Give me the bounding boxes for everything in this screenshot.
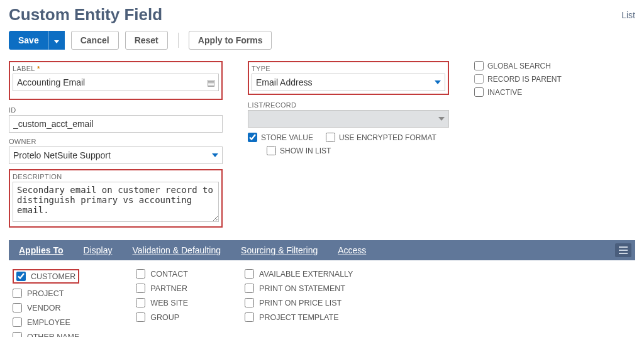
store-value-checkbox[interactable]: [248, 133, 257, 142]
type-select[interactable]: Email Address: [252, 74, 445, 91]
autofill-icon[interactable]: ▤: [207, 77, 215, 87]
use-encrypted-row[interactable]: USE ENCRYPTED FORMAT: [326, 133, 436, 142]
applies-to-panel: CUSTOMERPROJECTVENDOREMPLOYEEOTHER NAME …: [9, 260, 635, 337]
page-title: Custom Entity Field: [9, 5, 162, 25]
save-button[interactable]: Save: [9, 31, 48, 50]
tab-sourcing[interactable]: Sourcing & Filtering: [231, 240, 328, 260]
use-encrypted-checkbox[interactable]: [326, 133, 335, 142]
applies-group-label: GROUP: [150, 313, 179, 322]
store-value-label: STORE VALUE: [261, 133, 313, 142]
use-encrypted-label: USE ENCRYPTED FORMAT: [339, 133, 436, 142]
applies-web_site-label: WEB SITE: [150, 299, 188, 307]
applies-vendor-checkbox[interactable]: [13, 303, 22, 312]
tab-bar: Applies To Display Validation & Defaulti…: [9, 240, 635, 260]
tab-access[interactable]: Access: [328, 240, 376, 260]
applies-avail_ext-checkbox[interactable]: [245, 269, 254, 279]
applies-other_name-checkbox[interactable]: [13, 332, 22, 337]
applies-proj_template-row[interactable]: PROJECT TEMPLATE: [245, 312, 353, 322]
applies-print_stmt-label: PRINT ON STATEMENT: [259, 284, 345, 293]
applies-contact-row[interactable]: CONTACT: [136, 269, 188, 279]
applies-other_name-row[interactable]: OTHER NAME: [13, 332, 79, 337]
label-field-highlight: LABEL ▤: [9, 61, 223, 100]
chevron-down-icon: [212, 153, 218, 157]
owner-select-value: Protelo NetSuite Support: [13, 150, 111, 160]
applies-avail_ext-row[interactable]: AVAILABLE EXTERNALLY: [245, 269, 353, 279]
inactive-checkbox[interactable]: [474, 87, 484, 97]
applies-partner-label: PARTNER: [150, 284, 187, 293]
chevron-down-icon: [435, 80, 441, 84]
type-field-label: TYPE: [252, 65, 445, 72]
applies-col-3: AVAILABLE EXTERNALLYPRINT ON STATEMENTPR…: [245, 269, 353, 337]
applies-proj_template-label: PROJECT TEMPLATE: [259, 313, 338, 322]
applies-print_price-row[interactable]: PRINT ON PRICE LIST: [245, 298, 353, 307]
caret-down-icon: [54, 40, 59, 43]
applies-col-2: CONTACTPARTNERWEB SITEGROUP: [136, 269, 188, 337]
applies-vendor-row[interactable]: VENDOR: [13, 303, 79, 312]
record-is-parent-row[interactable]: RECORD IS PARENT: [474, 74, 600, 84]
applies-employee-checkbox[interactable]: [13, 318, 22, 327]
inactive-label: INACTIVE: [487, 88, 522, 97]
chevron-down-icon: [438, 117, 445, 121]
applies-print_price-checkbox[interactable]: [245, 298, 254, 307]
action-separator: [178, 33, 179, 48]
owner-select[interactable]: Protelo NetSuite Support: [9, 146, 223, 164]
applies-project-row[interactable]: PROJECT: [13, 289, 79, 298]
applies-group-checkbox[interactable]: [136, 312, 145, 322]
tab-menu-icon[interactable]: [615, 243, 631, 257]
applies-vendor-label: VENDOR: [27, 304, 60, 312]
reset-button[interactable]: Reset: [125, 31, 168, 50]
description-field-label: DESCRIPTION: [13, 173, 219, 180]
applies-web_site-checkbox[interactable]: [136, 298, 145, 307]
cancel-button[interactable]: Cancel: [71, 31, 119, 50]
global-search-row[interactable]: GLOBAL SEARCH: [474, 61, 600, 70]
id-input[interactable]: [9, 115, 223, 133]
apply-to-forms-button[interactable]: Apply to Forms: [189, 31, 272, 50]
show-in-list-row[interactable]: SHOW IN LIST: [267, 146, 449, 155]
list-link[interactable]: List: [621, 5, 635, 20]
label-field-label: LABEL: [13, 65, 219, 72]
applies-print_price-label: PRINT ON PRICE LIST: [259, 299, 341, 307]
save-menu-caret[interactable]: [48, 31, 65, 50]
applies-partner-row[interactable]: PARTNER: [136, 284, 188, 293]
tab-applies-to[interactable]: Applies To: [9, 240, 74, 260]
global-search-label: GLOBAL SEARCH: [487, 62, 551, 70]
applies-customer-checkbox[interactable]: [16, 272, 26, 281]
listrecord-field-label: LIST/RECORD: [248, 101, 449, 109]
store-value-row[interactable]: STORE VALUE: [248, 133, 313, 142]
applies-print_stmt-checkbox[interactable]: [245, 284, 254, 293]
applies-employee-label: EMPLOYEE: [27, 318, 70, 327]
applies-contact-checkbox[interactable]: [136, 269, 145, 279]
show-in-list-checkbox[interactable]: [267, 146, 276, 155]
applies-project-checkbox[interactable]: [13, 289, 22, 298]
description-field-highlight: DESCRIPTION: [9, 169, 223, 228]
record-is-parent-checkbox[interactable]: [474, 74, 484, 84]
type-field-highlight: TYPE Email Address: [248, 61, 449, 95]
applies-avail_ext-label: AVAILABLE EXTERNALLY: [259, 270, 353, 279]
inactive-row[interactable]: INACTIVE: [474, 87, 600, 97]
applies-web_site-row[interactable]: WEB SITE: [136, 298, 188, 307]
record-is-parent-label: RECORD IS PARENT: [487, 75, 562, 84]
description-textarea[interactable]: [13, 182, 219, 222]
applies-col-1: CUSTOMERPROJECTVENDOREMPLOYEEOTHER NAME: [13, 269, 79, 337]
listrecord-select: [248, 110, 449, 128]
tab-validation[interactable]: Validation & Defaulting: [122, 240, 231, 260]
applies-customer-highlight: CUSTOMER: [13, 269, 79, 284]
action-bar: Save Cancel Reset Apply to Forms: [9, 31, 635, 50]
tab-display[interactable]: Display: [74, 240, 123, 260]
save-split-button: Save: [9, 31, 65, 50]
applies-proj_template-checkbox[interactable]: [245, 312, 254, 322]
applies-employee-row[interactable]: EMPLOYEE: [13, 318, 79, 327]
applies-contact-label: CONTACT: [150, 270, 188, 279]
applies-customer-row[interactable]: CUSTOMER: [16, 272, 75, 281]
applies-partner-checkbox[interactable]: [136, 284, 145, 293]
global-search-checkbox[interactable]: [474, 61, 484, 70]
applies-project-label: PROJECT: [27, 289, 64, 298]
applies-print_stmt-row[interactable]: PRINT ON STATEMENT: [245, 284, 353, 293]
owner-field-label: OWNER: [9, 138, 223, 145]
applies-group-row[interactable]: GROUP: [136, 312, 188, 322]
id-field-label: ID: [9, 106, 223, 114]
label-input[interactable]: [13, 74, 219, 91]
show-in-list-label: SHOW IN LIST: [280, 146, 331, 155]
type-select-value: Email Address: [256, 77, 312, 87]
applies-customer-label: CUSTOMER: [31, 272, 75, 281]
